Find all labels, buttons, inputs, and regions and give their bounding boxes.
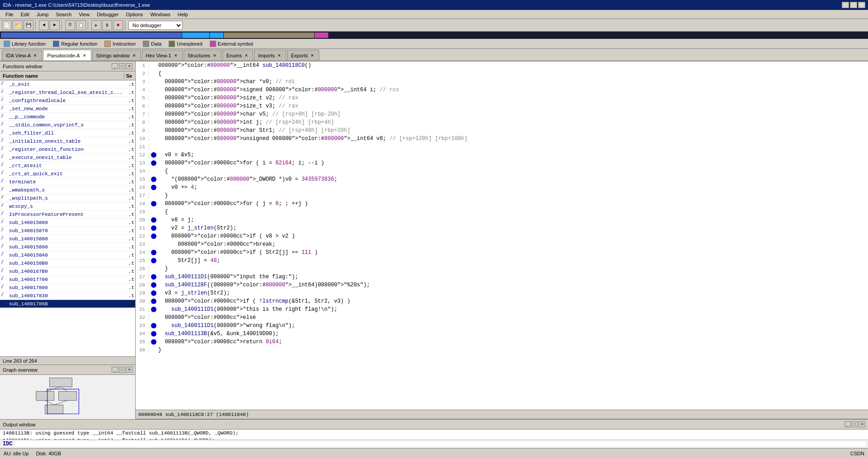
menu-item-help[interactable]: Help [174, 11, 192, 18]
functions-list[interactable]: /_c_exit.t/_register_thread_local_exe_at… [0, 80, 135, 356]
code-line[interactable]: 25 Str2[j] = 48; [136, 257, 868, 265]
breakpoint-dot[interactable] [151, 152, 156, 158]
menu-item-options[interactable]: Options [122, 11, 146, 18]
idc-input[interactable] [15, 441, 865, 447]
tab-close-button[interactable]: ✕ [277, 53, 282, 58]
graph-overview-maximize[interactable]: □ [119, 367, 125, 373]
function-row[interactable]: /sub_1400158A0.t [0, 251, 135, 259]
breakpoint-dot[interactable] [151, 339, 156, 345]
tab-close-button[interactable]: ✕ [82, 53, 87, 58]
code-line[interactable]: 32 008000">"color:#0000cc">else [136, 313, 868, 322]
code-line[interactable]: 8 008000">"color:#800000">int j; // [rsp… [136, 118, 868, 126]
code-line[interactable]: 23 008000">"color:#0000cc">break; [136, 240, 868, 248]
breakpoint-dot[interactable] [151, 290, 156, 296]
open-button[interactable]: 📂 [13, 20, 23, 30]
code-line[interactable]: 2{ [136, 70, 868, 78]
tab-close-button[interactable]: ✕ [132, 53, 137, 58]
tab-close-button[interactable]: ✕ [310, 53, 315, 58]
code-line[interactable]: 29 v3 = j_strlen(Str2); [136, 289, 868, 297]
function-row[interactable]: /__stdio_common_vsprintf_s.t [0, 121, 135, 129]
code-line[interactable]: 11 [136, 143, 868, 151]
function-row[interactable]: /sub_140017800.t [0, 284, 135, 292]
breakpoint-empty[interactable] [151, 315, 156, 320]
code-line[interactable]: 16 v0 += 4; [136, 183, 868, 192]
stop-button[interactable]: ■ [113, 20, 123, 30]
tab-enums[interactable]: Enums✕ [222, 50, 253, 61]
breakpoint-empty[interactable] [151, 242, 156, 247]
code-line[interactable]: 19 { [136, 208, 868, 216]
breakpoint-empty[interactable] [151, 128, 156, 133]
code-line[interactable]: 36} [136, 346, 868, 354]
breakpoint-dot[interactable] [151, 258, 156, 263]
functions-window-close[interactable]: ✕ [126, 63, 132, 69]
save-button[interactable]: 💾 [24, 20, 33, 30]
run-button[interactable]: ▶ [91, 20, 101, 30]
breakpoint-empty[interactable] [151, 144, 156, 150]
function-row[interactable]: /_set_new_mode.t [0, 105, 135, 113]
breakpoint-dot[interactable] [151, 299, 156, 304]
output-minimize[interactable]: _ [844, 421, 851, 427]
menu-item-jump[interactable]: Jump [33, 11, 52, 18]
tab-strings-window[interactable]: Strings window✕ [92, 50, 141, 61]
close-button[interactable]: ✕ [858, 2, 865, 8]
code-line[interactable]: 5 008000">"color:#800000">size_t v2; // … [136, 94, 868, 102]
code-line[interactable]: 33 sub_1400111D1(008000">"wrong flag\n")… [136, 322, 868, 330]
code-line[interactable]: 34 sub_14001113B(&v5, &unk_140019D00); [136, 330, 868, 338]
pause-button[interactable]: ⏸ [102, 20, 112, 30]
function-row[interactable]: /__p__commode.t [0, 113, 135, 121]
functions-window-maximize[interactable]: □ [119, 63, 125, 69]
breakpoint-empty[interactable] [151, 266, 156, 271]
function-row[interactable]: /_crt_atexit.t [0, 162, 135, 170]
menu-item-search[interactable]: Search [52, 11, 75, 18]
code-view[interactable]: 1008000">"color:#800000">__int64 sub_140… [136, 61, 868, 410]
back-button[interactable]: ◄ [39, 20, 49, 30]
functions-window-minimize[interactable]: _ [112, 63, 118, 69]
function-row[interactable]: /sub_1400167B0.t [0, 267, 135, 276]
minimize-button[interactable]: ─ [842, 2, 849, 8]
function-row[interactable]: /_wmakepath_s.t [0, 186, 135, 194]
code-line[interactable]: 28 sub_14001128F((008000">"color:#800000… [136, 281, 868, 289]
tab-imports[interactable]: Imports✕ [254, 50, 286, 61]
code-line[interactable]: 12 v0 = &v5; [136, 151, 868, 159]
new-button[interactable]: 📄 [2, 20, 12, 30]
breakpoint-empty[interactable] [151, 71, 156, 76]
breakpoint-dot[interactable] [151, 274, 156, 280]
code-line[interactable]: 7 008000">"color:#800000">char v5; // [r… [136, 110, 868, 118]
breakpoint-dot[interactable] [151, 217, 156, 223]
breakpoint-empty[interactable] [151, 120, 156, 125]
menu-item-view[interactable]: View [75, 11, 93, 18]
breakpoint-dot[interactable] [151, 177, 156, 182]
breakpoint-dot[interactable] [151, 282, 156, 288]
breakpoint-dot[interactable] [151, 323, 156, 328]
code-line[interactable]: 27 sub_1400111D1(008000">"input the flag… [136, 273, 868, 281]
function-row[interactable]: /sub_140015860.t [0, 219, 135, 227]
menu-item-file[interactable]: File [2, 11, 17, 18]
breakpoint-empty[interactable] [151, 193, 156, 198]
code-line[interactable]: 20 v8 = j; [136, 216, 868, 224]
forward-button[interactable]: ► [50, 20, 60, 30]
breakpoint-dot[interactable] [151, 225, 156, 231]
function-row[interactable]: /_c_exit.t [0, 80, 135, 89]
function-row[interactable]: /sub_140015870.t [0, 227, 135, 235]
output-maximize[interactable]: □ [852, 421, 858, 427]
tab-structures[interactable]: Structures✕ [184, 50, 222, 61]
breakpoint-empty[interactable] [151, 209, 156, 215]
breakpoint-empty[interactable] [151, 168, 156, 174]
copy-button[interactable]: © [65, 20, 75, 30]
code-line[interactable]: 13 008000">"color:#0000cc">for ( i = 82i… [136, 159, 868, 167]
tab-ida-view-a[interactable]: IDA View-A✕ [2, 50, 42, 61]
code-line[interactable]: 26 } [136, 265, 868, 273]
breakpoint-dot[interactable] [151, 331, 156, 336]
function-row[interactable]: /wcscpy_s.t [0, 202, 135, 210]
breakpoint-empty[interactable] [151, 87, 156, 93]
code-line[interactable]: 17 } [136, 192, 868, 200]
breakpoint-dot[interactable] [151, 307, 156, 312]
function-row[interactable]: /sub_1400158B0.t [0, 259, 135, 267]
code-line[interactable]: 6 008000">"color:#800000">size_t v3; // … [136, 102, 868, 110]
debugger-select[interactable]: No debugger [128, 21, 183, 30]
function-row[interactable]: /_register_thread_local_exe_atexit_c....… [0, 89, 135, 97]
tab-pseudocode-a[interactable]: Pseudocode-A✕ [43, 50, 91, 61]
breakpoint-empty[interactable] [151, 63, 156, 68]
function-row[interactable]: /IsProcessorFeaturePresent.t [0, 210, 135, 219]
menu-item-windows[interactable]: Windows [146, 11, 174, 18]
